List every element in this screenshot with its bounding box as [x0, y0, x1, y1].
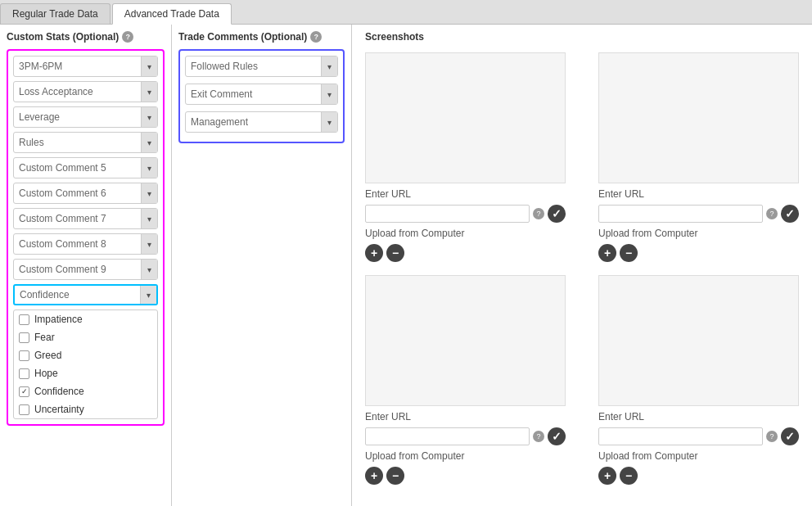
url-confirm-btn-3[interactable]: ✓: [548, 427, 566, 445]
screenshot-item-4: Enter URL ? ✓ Upload from Computer + −: [598, 275, 799, 485]
custom-stat-dd-4[interactable]: Rules ▾: [13, 132, 158, 153]
url-label-3: Enter URL: [365, 411, 566, 422]
url-row-2: ? ✓: [598, 205, 799, 223]
dd9-arrow-icon[interactable]: ▾: [141, 260, 157, 279]
custom-stat-select-9[interactable]: Custom Comment 9: [14, 264, 141, 275]
url-input-3[interactable]: [365, 427, 530, 445]
screenshot-preview-3: [365, 275, 566, 406]
trade-comment-dd-2[interactable]: Exit Comment ▾: [185, 84, 338, 105]
list-item-confidence[interactable]: Confidence: [14, 382, 157, 400]
tabs-bar: Regular Trade Data Advanced Trade Data: [0, 0, 812, 25]
custom-stats-help-icon[interactable]: ?: [122, 31, 133, 43]
tab-regular[interactable]: Regular Trade Data: [0, 3, 111, 24]
checkbox-confidence[interactable]: [19, 386, 29, 397]
trade-comments-help-icon[interactable]: ?: [310, 31, 322, 43]
custom-stat-dd-10[interactable]: Confidence ▾: [13, 284, 158, 305]
upload-label-3: Upload from Computer: [365, 450, 566, 462]
dd2-arrow-icon[interactable]: ▾: [141, 82, 157, 102]
tc1-arrow-icon[interactable]: ▾: [321, 56, 337, 76]
list-label-fear: Fear: [34, 332, 55, 343]
screenshots-grid: Enter URL ? ✓ Upload from Computer + − E…: [365, 52, 799, 485]
screenshots-title: Screenshots: [365, 31, 799, 43]
url-label-4: Enter URL: [598, 411, 799, 422]
upload-add-btn-3[interactable]: +: [365, 467, 383, 485]
url-help-icon-3[interactable]: ?: [533, 431, 544, 442]
url-help-icon-4[interactable]: ?: [766, 431, 778, 442]
upload-btns-3: + −: [365, 467, 566, 485]
url-input-4[interactable]: [598, 427, 763, 445]
left-panel: Custom Stats (Optional) ? 3PM-6PM ▾ Loss…: [0, 25, 172, 506]
dd10-arrow-icon[interactable]: ▾: [140, 286, 156, 304]
custom-stat-select-6[interactable]: Custom Comment 6: [14, 187, 141, 199]
dd8-arrow-icon[interactable]: ▾: [141, 234, 157, 254]
list-item-fear[interactable]: Fear: [14, 328, 157, 346]
list-item-uncertainty[interactable]: Uncertainty: [14, 400, 157, 418]
checkbox-impatience[interactable]: [19, 314, 29, 325]
custom-stat-select-4[interactable]: Rules: [14, 137, 141, 148]
custom-stats-box: 3PM-6PM ▾ Loss Acceptance ▾ Leverage ▾ R…: [7, 49, 165, 426]
dd6-arrow-icon[interactable]: ▾: [141, 183, 157, 203]
dd5-arrow-icon[interactable]: ▾: [141, 158, 157, 178]
dd4-arrow-icon[interactable]: ▾: [141, 133, 157, 152]
list-label-greed: Greed: [34, 350, 61, 361]
upload-remove-btn-3[interactable]: −: [386, 467, 404, 485]
dd1-arrow-icon[interactable]: ▾: [141, 56, 157, 76]
custom-stats-title: Custom Stats (Optional) ?: [7, 31, 165, 43]
screenshot-preview-1: [365, 52, 566, 183]
custom-stat-select-1[interactable]: 3PM-6PM: [14, 61, 141, 72]
upload-remove-btn-4[interactable]: −: [620, 467, 638, 485]
custom-stat-select-2[interactable]: Loss Acceptance: [14, 86, 141, 97]
trade-comment-dd-1[interactable]: Followed Rules ▾: [185, 56, 338, 77]
list-item-greed[interactable]: Greed: [14, 346, 157, 364]
list-item-impatience[interactable]: Impatience: [14, 310, 157, 328]
upload-add-btn-1[interactable]: +: [365, 244, 383, 262]
tc3-arrow-icon[interactable]: ▾: [321, 112, 337, 132]
custom-stat-dd-9[interactable]: Custom Comment 9 ▾: [13, 259, 158, 280]
upload-remove-btn-1[interactable]: −: [386, 244, 404, 262]
checkbox-uncertainty[interactable]: [19, 404, 29, 415]
custom-stat-dd-2[interactable]: Loss Acceptance ▾: [13, 81, 158, 102]
upload-label-4: Upload from Computer: [598, 450, 799, 462]
url-confirm-btn-1[interactable]: ✓: [548, 205, 566, 223]
custom-stat-select-10[interactable]: Confidence: [15, 289, 140, 300]
tc2-arrow-icon[interactable]: ▾: [321, 84, 337, 104]
middle-panel: Trade Comments (Optional) ? Followed Rul…: [172, 25, 352, 506]
custom-stat-dd-3[interactable]: Leverage ▾: [13, 106, 158, 128]
checkbox-hope[interactable]: [19, 368, 29, 379]
custom-stat-select-3[interactable]: Leverage: [14, 111, 141, 123]
custom-stat-dd-6[interactable]: Custom Comment 6 ▾: [13, 183, 158, 204]
url-confirm-btn-4[interactable]: ✓: [781, 427, 799, 445]
url-help-icon-2[interactable]: ?: [766, 208, 778, 219]
upload-add-btn-4[interactable]: +: [598, 467, 616, 485]
url-row-1: ? ✓: [365, 205, 566, 223]
url-input-1[interactable]: [365, 205, 530, 223]
list-label-uncertainty: Uncertainty: [34, 404, 84, 415]
screenshot-item-2: Enter URL ? ✓ Upload from Computer + −: [598, 52, 799, 262]
custom-stat-dd-5[interactable]: Custom Comment 5 ▾: [13, 157, 158, 178]
url-label-1: Enter URL: [365, 188, 566, 200]
url-help-icon-1[interactable]: ?: [533, 208, 544, 219]
trade-comment-dd-3[interactable]: Management ▾: [185, 111, 338, 133]
dd7-arrow-icon[interactable]: ▾: [141, 209, 157, 228]
checkbox-greed[interactable]: [19, 350, 29, 361]
trade-comment-select-2[interactable]: Exit Comment: [186, 88, 321, 100]
list-item-hope[interactable]: Hope: [14, 364, 157, 382]
custom-stat-select-5[interactable]: Custom Comment 5: [14, 162, 141, 174]
custom-stat-select-7[interactable]: Custom Comment 7: [14, 213, 141, 224]
custom-stat-dd-8[interactable]: Custom Comment 8 ▾: [13, 233, 158, 255]
list-label-impatience: Impatience: [34, 314, 83, 325]
custom-stat-select-8[interactable]: Custom Comment 8: [14, 238, 141, 250]
upload-label-1: Upload from Computer: [365, 228, 566, 239]
custom-stat-dd-1[interactable]: 3PM-6PM ▾: [13, 56, 158, 77]
url-confirm-btn-2[interactable]: ✓: [781, 205, 799, 223]
dd3-arrow-icon[interactable]: ▾: [141, 107, 157, 127]
trade-comments-title: Trade Comments (Optional) ?: [178, 31, 345, 43]
upload-add-btn-2[interactable]: +: [598, 244, 616, 262]
trade-comment-select-3[interactable]: Management: [186, 116, 321, 128]
checkbox-fear[interactable]: [19, 332, 29, 343]
upload-remove-btn-2[interactable]: −: [620, 244, 638, 262]
url-input-2[interactable]: [598, 205, 763, 223]
custom-stat-dd-7[interactable]: Custom Comment 7 ▾: [13, 208, 158, 229]
tab-advanced[interactable]: Advanced Trade Data: [112, 3, 232, 25]
trade-comment-select-1[interactable]: Followed Rules: [186, 61, 321, 72]
